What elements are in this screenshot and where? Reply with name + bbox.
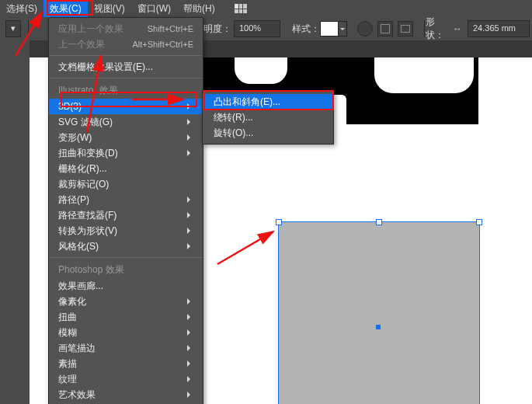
menuitem-last-effect: 上一个效果Alt+Shift+Ctrl+E	[49, 37, 203, 52]
submenu-extrude-bevel[interactable]: 凸出和斜角(E)...	[203, 94, 333, 110]
menu-select[interactable]: 选择(S)	[0, 0, 43, 17]
menu-header-photoshop: Photoshop 效果	[49, 261, 203, 278]
menuitem-doc-raster-settings[interactable]: 文档栅格效果设置(E)...	[49, 59, 203, 75]
menu-help[interactable]: 帮助(H)	[177, 0, 221, 17]
menu-effects[interactable]: 效果(C)	[43, 0, 88, 17]
menubar: 选择(S) 效果(C) 视图(V) 窗口(W) 帮助(H)	[0, 0, 532, 17]
style-label: 样式：	[292, 23, 320, 36]
submenu-rotate[interactable]: 旋转(O)...	[203, 125, 333, 141]
recolor-icon[interactable]	[377, 21, 393, 37]
menuitem-path[interactable]: 路径(P)	[49, 192, 203, 207]
menu-window[interactable]: 窗口(W)	[131, 0, 177, 17]
align-icon[interactable]	[398, 21, 413, 37]
menuitem-rasterize[interactable]: 栅格化(R)...	[49, 161, 203, 176]
grid-icon	[235, 4, 247, 13]
style-swatch[interactable]	[320, 21, 339, 37]
menuitem-brush-strokes[interactable]: 画笔描边	[49, 340, 203, 356]
menu-header-illustrator: Illustrator 效果	[49, 82, 203, 99]
3d-submenu: 凸出和斜角(E)... 绕转(R)... 旋转(O)...	[202, 90, 334, 145]
selection-handle-tr[interactable]	[476, 219, 482, 225]
menuitem-stylize-ai[interactable]: 风格化(S)	[49, 239, 203, 254]
submenu-revolve[interactable]: 绕转(R)...	[203, 110, 333, 125]
menuitem-effect-gallery[interactable]: 效果画廊...	[49, 278, 203, 294]
menuitem-convert-to-shape[interactable]: 转换为形状(V)	[49, 223, 203, 239]
menuitem-svg-filters[interactable]: SVG 滤镜(G)	[49, 114, 203, 130]
appearance-icon[interactable]	[357, 21, 373, 37]
menuitem-crop-marks[interactable]: 裁剪标记(O)	[49, 176, 203, 192]
menuitem-pixelate[interactable]: 像素化	[49, 294, 203, 309]
app-root: 选择(S) 效果(C) 视图(V) 窗口(W) 帮助(H) ▾ 明度： 100%…	[0, 0, 532, 404]
selection-handle-tl[interactable]	[276, 219, 282, 225]
selection-center	[376, 325, 381, 329]
menuitem-distort-transform[interactable]: 扭曲和变换(D)	[49, 145, 203, 161]
menuitem-apply-last: 应用上一个效果Shift+Ctrl+E	[49, 21, 203, 37]
workspace-switcher[interactable]	[225, 0, 256, 17]
menuitem-texture[interactable]: 纹理	[49, 371, 203, 387]
width-icon: ↔	[453, 23, 462, 34]
menuitem-warp[interactable]: 变形(W)	[49, 130, 203, 145]
style-dropdown[interactable]	[339, 21, 347, 37]
menuitem-distort-ps[interactable]: 扭曲	[49, 309, 203, 325]
menuitem-artistic[interactable]: 艺术效果	[49, 387, 203, 402]
left-tool-gutter	[0, 40, 30, 404]
opacity-field[interactable]: 100%	[234, 20, 280, 37]
opacity-label: 明度：	[203, 23, 231, 36]
effects-dropdown: 应用上一个效果Shift+Ctrl+E 上一个效果Alt+Shift+Ctrl+…	[48, 17, 203, 404]
selection-rect[interactable]	[278, 221, 480, 404]
menuitem-sketch[interactable]: 素描	[49, 356, 203, 371]
menuitem-blur[interactable]: 模糊	[49, 325, 203, 340]
menuitem-pathfinder[interactable]: 路径查找器(F)	[49, 207, 203, 223]
selection-handle-tm[interactable]	[376, 219, 382, 225]
menuitem-3d[interactable]: 3D(3)	[49, 99, 203, 114]
menu-view[interactable]: 视图(V)	[88, 0, 131, 17]
shape-width-field[interactable]: 24.365 mm	[468, 20, 530, 37]
shape-label: 形状：	[426, 16, 450, 42]
dropdown-small-left[interactable]: ▾	[5, 20, 21, 37]
